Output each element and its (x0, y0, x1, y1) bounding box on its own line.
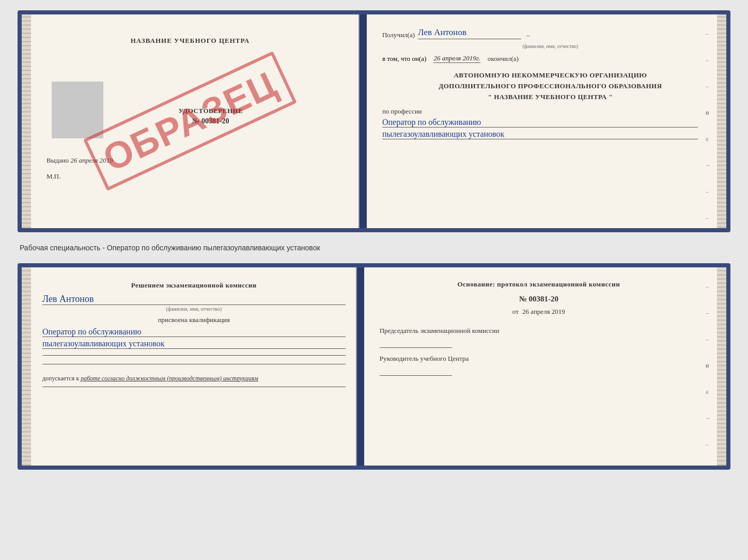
kvali-line1: Оператор по обслуживанию (42, 327, 346, 337)
center-title: НАЗВАНИЕ УЧЕБНОГО ЦЕНТРА (41, 37, 339, 45)
texture-bl-left (22, 267, 31, 466)
udostoverenie-block: УДОСТОВЕРЕНИЕ № 00381-20 (83, 107, 339, 125)
ot-date-row: от 26 апреля 2019 (380, 308, 698, 316)
dash1: – (526, 31, 530, 39)
bottom-document: Решением экзаменационной комиссии Лев Ан… (18, 263, 730, 470)
texture-left (22, 14, 31, 228)
mp-line: М.П. (41, 172, 339, 181)
udostoverenie-number: № 00381-20 (83, 117, 339, 125)
bottom-right-dashes: – – – и а ← – – – – (706, 283, 712, 470)
top-doc-left: НАЗВАНИЕ УЧЕБНОГО ЦЕНТРА УДОСТОВЕРЕНИЕ №… (22, 14, 360, 228)
fio-value: Лев Антонов (418, 27, 521, 39)
poluchil-row: Получил(а) Лев Антонов – (382, 27, 719, 39)
org-line1: АВТОНОМНУЮ НЕКОММЕРЧЕСКУЮ ОРГАНИЗАЦИЮ (382, 70, 719, 81)
profession-line1: Оператор по обслуживанию (382, 118, 698, 127)
org-name: " НАЗВАНИЕ УЧЕБНОГО ЦЕНТРА " (382, 92, 719, 103)
dopusk-label: допускается к (42, 375, 79, 382)
okonchil-label: окончил(а) (488, 55, 519, 63)
bottom-doc-right: Основание: протокол экзаменационной коми… (364, 267, 726, 466)
texture-br-right (717, 267, 726, 466)
prisvoena-text: присвоена квалификация (42, 316, 346, 324)
top-document: НАЗВАНИЕ УЧЕБНОГО ЦЕНТРА УДОСТОВЕРЕНИЕ №… (18, 10, 730, 232)
dopusk-value: работе согласно должностным (производств… (81, 375, 258, 382)
profession-line2: пылегазоулавливающих установок (382, 130, 698, 139)
profession-block: Оператор по обслуживанию пылегазоулавлив… (382, 118, 719, 139)
udostoverenie-title: УДОСТОВЕРЕНИЕ (83, 107, 339, 115)
bottom-left-content: Решением экзаменационной комиссии Лев Ан… (37, 280, 346, 387)
vydano-line: Выдано 26 апреля 2019 (41, 156, 339, 165)
bottom-doc-left: Решением экзаменационной комиссии Лев Ан… (22, 267, 357, 466)
po-professii-label: по профессии (382, 107, 719, 116)
vydano-label: Выдано (46, 156, 69, 164)
protocol-number: № 00381-20 (380, 295, 698, 303)
ot-label: от (512, 308, 519, 315)
blank-line2 (42, 364, 346, 364)
poluchil-label: Получил(а) (382, 31, 415, 39)
vydano-date: 26 апреля 2019 (71, 156, 113, 164)
photo-placeholder (52, 82, 103, 138)
fio-subtitle: (фамилия, имя, отчество) (382, 43, 719, 49)
fio-komissia: Лев Антонов (42, 294, 346, 305)
predsedatel-label: Председатель экзаменационной комиссии (380, 326, 698, 335)
blank-line1 (42, 355, 346, 356)
org-line2: ДОПОЛНИТЕЛЬНОГО ПРОФЕССИОНАЛЬНОГО ОБРАЗО… (382, 81, 719, 92)
rukovoditel-signature-line (380, 365, 452, 376)
kvali-line2: пылегазоулавливающих установок (42, 339, 346, 349)
osnovanie-label: Основание: протокол экзаменационной коми… (380, 280, 698, 289)
separator-text: Рабочая специальность - Оператор по обсл… (18, 241, 730, 255)
vtom-row: в том, что он(а) 26 апреля 2019г. окончи… (382, 54, 719, 63)
vtom-label: в том, что он(а) (382, 55, 427, 63)
dopusk-block: допускается к работе согласно должностны… (42, 375, 346, 382)
bottom-right-content: Основание: протокол экзаменационной коми… (380, 280, 719, 376)
rukovoditel-block: Руководитель учебного Центра (380, 354, 698, 376)
ot-date-value: 26 апреля 2019 (522, 308, 565, 315)
right-dashes: – – – и а ← – – – – (706, 30, 712, 232)
bottom-spine-divider (357, 267, 364, 466)
blank-line3 (42, 387, 346, 387)
predsedatel-block: Председатель экзаменационной комиссии (380, 326, 698, 348)
texture-right (717, 14, 726, 228)
rukovoditel-label: Руководитель учебного Центра (380, 354, 698, 363)
komissia-text: Решением экзаменационной комиссии (42, 280, 346, 291)
spine-divider (360, 14, 367, 228)
predsedatel-signature-line (380, 338, 452, 348)
top-doc-right: Получил(а) Лев Антонов – (фамилия, имя, … (367, 14, 726, 228)
org-block: АВТОНОМНУЮ НЕКОММЕРЧЕСКУЮ ОРГАНИЗАЦИЮ ДО… (382, 70, 719, 102)
date-value: 26 апреля 2019г. (433, 54, 480, 63)
fio-komissia-sub: (фамилия, имя, отчество) (42, 305, 346, 312)
